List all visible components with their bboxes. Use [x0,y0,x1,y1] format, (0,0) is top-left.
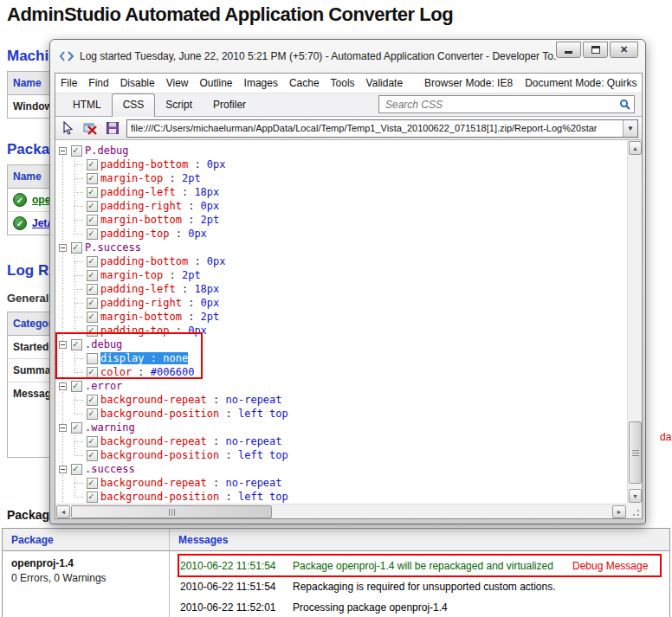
css-property-row[interactable]: color : #006600 [55,365,627,379]
property-checkbox[interactable] [87,228,98,240]
rule-checkbox[interactable] [71,422,82,434]
tab-script[interactable]: Script [155,94,203,116]
resize-grip-icon[interactable] [630,507,640,517]
css-selector-row[interactable]: .error [55,379,627,393]
document-mode-menu[interactable]: Document Mode: Quirks [525,77,636,89]
css-property-row[interactable]: margin-bottom : 2pt [55,213,627,227]
property-name: background-repeat [100,435,207,447]
rule-checkbox[interactable] [71,339,82,350]
menu-item-find[interactable]: Find [88,77,108,89]
menu-item-outline[interactable]: Outline [200,77,233,89]
property-checkbox[interactable] [87,492,98,503]
css-selector-row[interactable]: .success [55,462,627,476]
property-checkbox[interactable] [87,201,98,212]
property-checkbox[interactable] [87,367,98,378]
property-checkbox[interactable] [87,284,98,295]
tree-expander[interactable] [59,147,67,155]
css-property-row[interactable]: background-position : left top [55,448,627,462]
vertical-scroll-thumb[interactable] [629,421,642,484]
property-checkbox[interactable] [87,173,98,184]
menu-item-view[interactable]: View [166,77,189,89]
css-property-row[interactable]: padding-right : 0px [55,296,627,310]
css-property-row[interactable]: padding-right : 0px [55,199,627,213]
css-property-row[interactable]: background-position : left top [55,407,627,421]
css-property-row[interactable]: padding-left : 18px [55,185,627,199]
vertical-scrollbar[interactable]: ▲ ▼ [627,140,642,504]
property-checkbox[interactable] [87,298,98,309]
scroll-down-button[interactable]: ▼ [629,489,642,503]
css-property-row[interactable]: padding-bottom : 0px [55,157,627,171]
css-property-row[interactable]: background-position : left top [55,490,627,504]
address-dropdown-button[interactable]: ▼ [623,120,637,137]
css-property-row[interactable]: background-repeat : no-repeat [55,476,627,490]
address-combo[interactable]: file:///C:/Users/michaelurman/AppData/Lo… [126,119,638,138]
property-checkbox[interactable] [87,256,98,267]
devtools-titlebar[interactable]: Log started Tuesday, June 22, 2010 5:21 … [50,40,645,73]
menu-item-tools[interactable]: Tools [331,77,355,89]
save-button[interactable] [104,120,121,136]
machines-heading: Machi [7,48,48,65]
css-property-row[interactable]: padding-top : 0px [55,227,627,241]
menu-item-validate[interactable]: Validate [366,77,403,89]
property-checkbox[interactable] [87,436,98,447]
tree-expander[interactable] [59,244,67,252]
rule-checkbox[interactable] [71,464,82,475]
search-input[interactable] [385,99,619,111]
tree-expander[interactable] [59,341,67,349]
property-checkbox[interactable] [87,478,98,489]
select-element-button[interactable] [59,120,76,136]
scroll-left-button[interactable]: ◄ [56,505,70,518]
minimize-button[interactable] [556,42,581,58]
css-property-row[interactable]: margin-top : 2pt [55,268,627,282]
close-icon: ✕ [620,45,628,55]
rule-checkbox[interactable] [71,381,82,392]
search-icon[interactable] [619,99,630,110]
css-property-row[interactable]: padding-top : 0px [55,324,627,337]
tree-expander[interactable] [59,424,67,432]
menu-item-file[interactable]: File [61,77,77,89]
horizontal-scrollbar[interactable]: ◄ ► [55,504,627,518]
property-checkbox[interactable] [87,395,98,406]
property-checkbox[interactable] [87,187,98,198]
property-checkbox[interactable] [87,312,98,323]
package-log-row: openproj-1.4 0 Errors, 0 Warnings 2010-0… [3,551,669,617]
css-property-row[interactable]: background-repeat : no-repeat [55,393,627,407]
menu-item-images[interactable]: Images [244,77,278,89]
tab-css[interactable]: CSS [112,93,156,117]
css-rule-group: .warningbackground-repeat : no-repeatbac… [55,421,627,462]
css-selector-row[interactable]: .warning [55,421,627,434]
rule-checkbox[interactable] [71,242,82,254]
css-property-row[interactable]: display : none [55,351,627,365]
scroll-up-button[interactable]: ▲ [629,141,642,155]
css-property-row[interactable]: padding-left : 18px [55,282,627,296]
property-checkbox[interactable] [87,159,98,170]
property-checkbox[interactable] [87,215,98,226]
property-checkbox[interactable] [87,270,98,281]
rule-checkbox[interactable] [71,145,82,157]
property-name: padding-left [100,283,176,295]
css-selector-row[interactable]: P.debug [55,144,627,157]
css-property-row[interactable]: margin-top : 2pt [55,171,627,185]
css-selector-row[interactable]: .debug [55,337,627,351]
property-checkbox[interactable] [87,408,98,420]
css-selector-row[interactable]: P.success [55,241,627,254]
css-property-row[interactable]: padding-bottom : 0px [55,254,627,268]
maximize-button[interactable] [583,42,608,58]
clear-css-button[interactable] [81,120,99,136]
tab-profiler[interactable]: Profiler [203,94,256,116]
property-checkbox[interactable] [87,353,98,364]
scroll-right-button[interactable]: ► [612,505,626,518]
horizontal-scroll-thumb[interactable] [71,505,272,518]
tree-expander[interactable] [59,382,67,390]
css-property-row[interactable]: margin-bottom : 2pt [55,310,627,324]
css-property-row[interactable]: background-repeat : no-repeat [55,434,627,448]
property-checkbox[interactable] [87,450,98,461]
property-checkbox[interactable] [87,325,98,337]
tab-html[interactable]: HTML [62,94,112,116]
tree-expander[interactable] [59,466,67,473]
browser-mode-menu[interactable]: Browser Mode: IE8 [424,77,513,89]
menu-item-cache[interactable]: Cache [289,77,320,89]
menu-item-disable[interactable]: Disable [120,77,155,89]
close-button[interactable]: ✕ [610,42,638,58]
message-text: Repackaging is required for unsupported … [293,581,556,593]
